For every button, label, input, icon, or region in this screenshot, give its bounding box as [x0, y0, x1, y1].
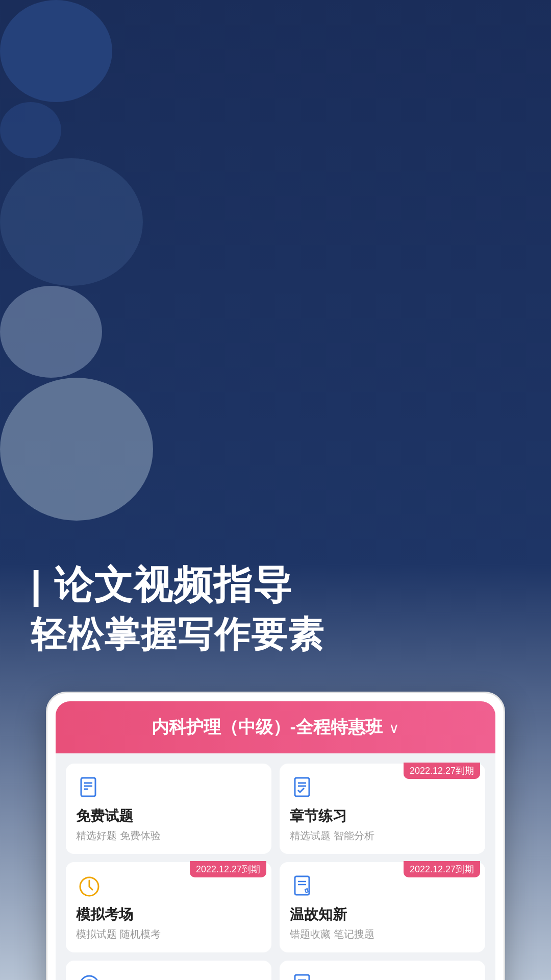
device-wrapper: 内科护理（中级）-全程特惠班 ∨	[46, 692, 505, 980]
card-title-review: 温故知新	[290, 905, 475, 924]
icon-chapter	[290, 775, 316, 801]
bg-blob-top-right	[0, 0, 112, 102]
app-content: 免费试题 精选好题 免费体验 2022.12.27到期	[56, 753, 495, 980]
header-line1: | 论文视频指导	[31, 561, 520, 608]
features-grid: 免费试题 精选好题 免费体验 2022.12.27到期	[66, 764, 485, 980]
svg-rect-4	[295, 778, 309, 796]
card-chapter[interactable]: 2022.12.27到期 章节练习 精选试题 智能分析	[280, 764, 485, 854]
header-section: | 论文视频指导 轻松掌握写作要素	[0, 521, 551, 676]
card-subtitle-mock: 模拟试题 随机模考	[76, 927, 261, 941]
card-subtitle-chapter: 精选试题 智能分析	[290, 829, 475, 843]
badge-review: 2022.12.27到期	[404, 861, 480, 877]
device-screen: 内科护理（中级）-全程特惠班 ∨	[56, 701, 495, 980]
card-title-free: 免费试题	[76, 806, 261, 826]
icon-free-questions	[76, 775, 103, 801]
svg-point-11	[80, 976, 98, 980]
card-mock[interactable]: 2022.12.27到期 模拟考场 模拟试题 随机模考	[66, 862, 271, 952]
bg-blob-top-left	[0, 102, 61, 158]
card-title-chapter: 章节练习	[290, 806, 475, 826]
icon-mock	[76, 873, 103, 900]
card-title-mock: 模拟考场	[76, 905, 261, 924]
icon-review	[290, 873, 316, 900]
app-header: 内科护理（中级）-全程特惠班 ∨	[56, 701, 495, 753]
svg-rect-0	[81, 778, 95, 796]
card-knowledge[interactable]: 知识脉络速记 重要考点 边练边学	[280, 961, 485, 980]
card-review[interactable]: 2022.12.27到期 温故知新 错题收藏 笔记搜题	[280, 862, 485, 952]
card-subtitle-review: 错题收藏 笔记搜题	[290, 927, 475, 941]
course-title[interactable]: 内科护理（中级）-全程特惠班	[152, 717, 383, 737]
bg-blob-mid-left	[0, 158, 143, 286]
icon-knowledge	[290, 972, 316, 980]
dropdown-arrow-icon[interactable]: ∨	[389, 720, 399, 736]
header-line2: 轻松掌握写作要素	[31, 613, 520, 656]
badge-chapter: 2022.12.27到期	[404, 763, 480, 779]
bg-blob-bottom-left	[0, 378, 153, 521]
bg-blob-mid-right	[0, 286, 102, 378]
card-past-analysis[interactable]: 历年真题剖析 历年真题 剖析要点	[66, 961, 271, 980]
svg-rect-14	[295, 975, 309, 980]
card-free-questions[interactable]: 免费试题 精选好题 免费体验	[66, 764, 271, 854]
icon-past-analysis	[76, 972, 103, 980]
badge-mock: 2022.12.27到期	[190, 861, 266, 877]
device-frame: 内科护理（中级）-全程特惠班 ∨	[46, 692, 505, 980]
card-subtitle-free: 精选好题 免费体验	[76, 829, 261, 843]
